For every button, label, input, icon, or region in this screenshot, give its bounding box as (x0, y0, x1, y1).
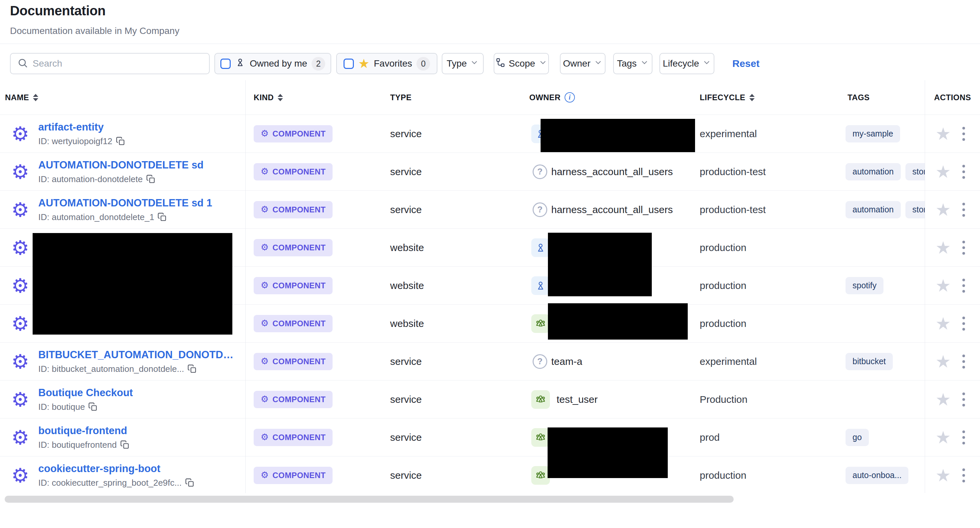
owner-name: harness_account_all_users (551, 166, 673, 177)
copy-icon[interactable] (185, 478, 194, 487)
kind-label: COMPONENT (273, 395, 326, 404)
component-gear-icon (11, 276, 30, 295)
favorite-star-icon[interactable] (935, 163, 951, 180)
reset-button[interactable]: Reset (732, 53, 760, 74)
copy-icon[interactable] (158, 212, 167, 222)
lifecycle-filter-label: Lifecycle (663, 58, 699, 69)
kind-chip: COMPONENT (254, 429, 332, 446)
sort-icon[interactable] (33, 94, 38, 101)
copy-icon[interactable] (146, 175, 156, 184)
entity-name-link[interactable]: BITBUCKET_AUTOMATION_DONOTDELE... (38, 349, 238, 361)
group-icon (531, 466, 550, 485)
component-gear-icon (11, 162, 30, 181)
sort-icon[interactable] (278, 94, 283, 101)
copy-icon[interactable] (120, 440, 129, 449)
lifecycle-value: production (700, 318, 746, 329)
kebab-menu-icon[interactable] (960, 125, 967, 143)
type-value: service (390, 128, 422, 140)
kebab-menu-icon[interactable] (960, 201, 967, 219)
search-box[interactable] (10, 53, 210, 74)
entity-name-link[interactable]: AUTOMATION-DONOTDELETE sd 1 (38, 197, 212, 209)
kind-label: COMPONENT (273, 167, 326, 177)
tag-chip: stor (905, 201, 925, 218)
owned-by-me-filter[interactable]: Owned by me 2 (215, 53, 331, 74)
owned-by-me-checkbox[interactable] (220, 59, 231, 69)
entity-name-link[interactable]: artifact-entity (38, 121, 125, 133)
chevron-down-icon (702, 58, 711, 69)
favorite-star-icon[interactable] (935, 353, 951, 370)
favorite-star-icon[interactable] (935, 125, 951, 143)
type-value: website (390, 280, 424, 291)
favorite-star-icon[interactable] (935, 277, 951, 294)
favorite-star-icon[interactable] (935, 467, 951, 484)
favorite-star-icon[interactable] (935, 315, 951, 332)
kebab-menu-icon[interactable] (960, 428, 967, 447)
kind-chip: COMPONENT (254, 353, 332, 370)
type-value: service (390, 204, 422, 215)
column-header-kind[interactable]: KIND (245, 80, 387, 115)
kebab-menu-icon[interactable] (960, 239, 967, 257)
tags-cell: automationstor (839, 191, 925, 228)
tags-filter[interactable]: Tags (613, 53, 652, 74)
kebab-menu-icon[interactable] (960, 391, 967, 409)
lifecycle-filter[interactable]: Lifecycle (659, 53, 714, 74)
kind-label: COMPONENT (273, 319, 326, 328)
entity-name-link[interactable]: Boutique Checkout (38, 387, 133, 399)
favorite-star-icon[interactable] (935, 201, 951, 218)
scope-filter[interactable]: Scope (494, 53, 549, 74)
component-gear-icon (11, 352, 30, 371)
entity-name-link[interactable]: cookiecutter-spring-boot (38, 463, 194, 475)
kind-chip: COMPONENT (254, 201, 332, 218)
type-filter[interactable]: Type (442, 53, 484, 74)
entity-name-link[interactable]: AUTOMATION-DONOTDELETE sd (38, 159, 204, 171)
favorites-filter[interactable]: Favorites 0 (336, 53, 438, 74)
tag-chip: bitbucket (845, 353, 893, 370)
kebab-menu-icon[interactable] (960, 315, 967, 332)
component-gear-icon (11, 200, 30, 219)
table-row: BITBUCKET_AUTOMATION_DONOTDELE... ID: bi… (0, 343, 980, 380)
lifecycle-value: production (700, 470, 746, 481)
kind-label: COMPONENT (273, 357, 326, 366)
tags-filter-label: Tags (617, 58, 636, 69)
lifecycle-value: Production (700, 394, 747, 405)
favorite-star-icon[interactable] (935, 429, 951, 446)
redaction-block (541, 119, 695, 152)
lifecycle-value: production (700, 280, 746, 291)
lifecycle-value: production-test (700, 166, 765, 177)
favorite-star-icon[interactable] (935, 239, 951, 256)
table-row: Boutique Checkout ID: boutique COMPONENT… (0, 380, 980, 418)
kebab-menu-icon[interactable] (960, 466, 967, 484)
info-icon[interactable] (565, 92, 575, 103)
user-icon (531, 239, 550, 257)
owner-filter[interactable]: Owner (560, 53, 606, 74)
kebab-menu-icon[interactable] (960, 163, 967, 181)
kebab-menu-icon[interactable] (960, 353, 967, 371)
kind-chip: COMPONENT (254, 391, 332, 408)
type-value: service (390, 470, 422, 481)
component-gear-icon (11, 314, 30, 333)
entity-id: ID: automation_donotdelete_1 (38, 212, 154, 223)
copy-icon[interactable] (188, 364, 197, 374)
type-value: service (390, 432, 422, 443)
kind-label: COMPONENT (273, 471, 326, 480)
search-input[interactable] (33, 58, 202, 69)
favorites-checkbox[interactable] (344, 59, 354, 69)
column-header-name[interactable]: NAME (0, 80, 245, 115)
documentation-page: Documentation Documentation available in… (0, 0, 980, 528)
tags-cell: spotify (839, 267, 925, 304)
horizontal-scrollbar[interactable] (5, 496, 733, 503)
gear-icon (261, 167, 269, 177)
kebab-menu-icon[interactable] (960, 277, 967, 295)
copy-icon[interactable] (88, 402, 97, 412)
unknown-owner-icon (533, 202, 547, 217)
sort-icon[interactable] (749, 94, 755, 101)
entity-name-link[interactable]: boutique-frontend (38, 425, 129, 437)
column-header-lifecycle[interactable]: LIFECYCLE (696, 80, 839, 115)
chevron-down-icon (539, 58, 547, 69)
owner-filter-label: Owner (563, 58, 590, 69)
copy-icon[interactable] (116, 137, 125, 146)
tag-chip: spotify (845, 277, 883, 294)
group-icon (531, 314, 550, 333)
favorite-star-icon[interactable] (935, 391, 951, 408)
unknown-owner-icon (533, 164, 547, 179)
